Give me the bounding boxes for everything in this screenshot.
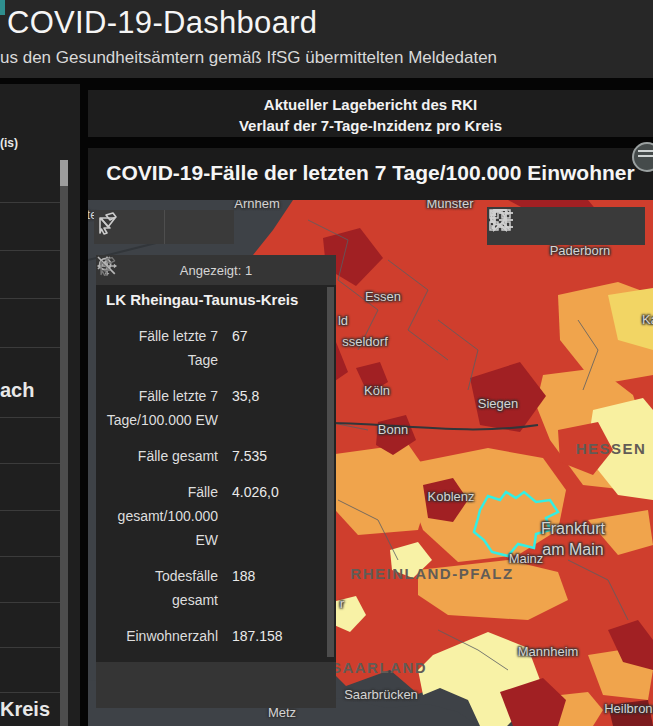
incidence-map[interactable]: ArnhemteMünsterPaderbornEssenldsseldorfK… bbox=[88, 200, 653, 726]
popup-shown-count: Angezeigt: 1 bbox=[180, 263, 252, 278]
sidebar-divider bbox=[0, 417, 60, 418]
app-subtitle: us den Gesundheitsämtern gemäß IfSG über… bbox=[0, 48, 497, 68]
sidebar-divider bbox=[0, 556, 60, 557]
sidebar-divider bbox=[0, 463, 60, 464]
popup-scrollbar[interactable] bbox=[327, 287, 334, 657]
toolbar-dropdown-button[interactable] bbox=[164, 210, 235, 244]
sidebar-divider bbox=[0, 647, 60, 648]
stat-label: Fälle gesamt/100.000 EW bbox=[106, 480, 218, 552]
popup-footer bbox=[96, 662, 336, 708]
popup-stat-row: Fälle letzte 7 Tage/100.000 EW35,8 bbox=[106, 384, 326, 432]
stat-value: 7.535 bbox=[218, 444, 267, 468]
banner-line-1: Aktueller Lagebericht des RKI bbox=[88, 94, 653, 115]
popup-stat-row: Fälle gesamt7.535 bbox=[106, 444, 326, 468]
sidebar-divider bbox=[0, 250, 60, 251]
banner-line-2: Verlauf der 7-Tage-Inzidenz pro Kreis bbox=[88, 115, 653, 136]
stat-label: Einwohnerzahl bbox=[106, 624, 218, 648]
popup-stat-row: Fälle gesamt/100.000 EW4.026,0 bbox=[106, 480, 326, 552]
sidebar-scrollbar-thumb[interactable] bbox=[60, 160, 68, 186]
sidebar-divider bbox=[0, 298, 60, 299]
lasso-select-disabled-icon[interactable] bbox=[96, 255, 118, 277]
panel-title: COVID-19-Fälle der letzten 7 Tage/100.00… bbox=[88, 161, 653, 185]
popup-stat-row: Einwohnerzahl187.158 bbox=[106, 624, 326, 648]
app-header: COVID-19-Dashboard us den Gesundheitsämt… bbox=[0, 0, 653, 78]
sidebar-scrollbar-track[interactable] bbox=[60, 160, 68, 726]
stat-value: 4.026,0 bbox=[218, 480, 279, 504]
map-tools-toolbar bbox=[487, 207, 645, 245]
report-banner[interactable]: Aktueller Lagebericht des RKI Verlauf de… bbox=[88, 90, 653, 137]
legend-list-button[interactable] bbox=[566, 207, 606, 245]
basemap-grid-icon bbox=[487, 207, 513, 233]
stat-value: 188 bbox=[218, 564, 255, 588]
map-select-toolbar bbox=[94, 210, 234, 244]
logo-corner bbox=[0, 0, 5, 15]
sidebar-divider bbox=[0, 692, 60, 693]
sidebar-divider bbox=[0, 202, 60, 203]
popup-body: LK Rheingau-Taunus-Kreis Fälle letzte 7 … bbox=[96, 285, 336, 662]
sidebar-divider bbox=[0, 347, 60, 348]
stat-label: Fälle letzte 7 Tage bbox=[106, 324, 218, 372]
popup-header: Angezeigt: 1 bbox=[96, 255, 336, 285]
popup-stat-row: Fälle letzte 7 Tage67 bbox=[106, 324, 326, 372]
sidebar-divider bbox=[0, 602, 60, 603]
sidebar-list-item[interactable]: ach bbox=[0, 379, 34, 402]
kreis-list-sidebar[interactable]: (is)achKreis bbox=[0, 84, 80, 726]
popup-region-title: LK Rheingau-Taunus-Kreis bbox=[106, 291, 326, 308]
sidebar-list-item[interactable]: Kreis bbox=[0, 698, 50, 721]
sidebar-divider bbox=[0, 510, 60, 511]
basemap-grid-button[interactable] bbox=[606, 207, 646, 245]
stat-value: 35,8 bbox=[218, 384, 259, 408]
stat-label: Fälle gesamt bbox=[106, 444, 218, 468]
popup-stat-row: Todesfälle gesamt188 bbox=[106, 564, 326, 612]
stat-value: 187.158 bbox=[218, 624, 283, 648]
chevron-down-icon bbox=[94, 210, 122, 234]
feature-popup: Angezeigt: 1 LK Rheingau-Taunus-Kreis Fä… bbox=[96, 255, 336, 708]
map-panel: COVID-19-Fälle der letzten 7 Tage/100.00… bbox=[88, 148, 653, 726]
stat-label: Fälle letzte 7 Tage/100.000 EW bbox=[106, 384, 218, 432]
covid-dashboard: COVID-19-Dashboard us den Gesundheitsämt… bbox=[0, 0, 653, 726]
stat-value: 67 bbox=[218, 324, 248, 348]
bookmark-button[interactable] bbox=[527, 207, 567, 245]
sidebar-list-item[interactable]: (is) bbox=[0, 136, 18, 150]
stat-label: Todesfälle gesamt bbox=[106, 564, 218, 612]
app-title: COVID-19-Dashboard bbox=[7, 5, 317, 41]
